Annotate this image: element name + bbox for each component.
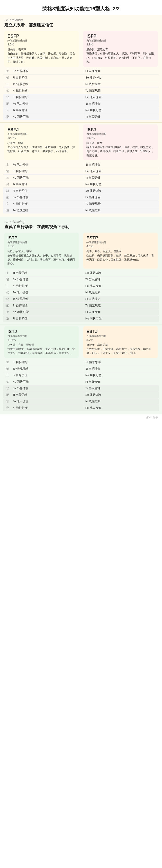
section-st-desc: 直截了当行动者，在战略视角下行动: [4, 224, 158, 229]
isfp-func-ni: Ti 自我逻辑: [83, 115, 156, 119]
istp-func-lie: Fe 他人价值: [12, 291, 83, 294]
istp-desc: 巧匠、手艺人、极客 能够给出很精独立方案的人、能干、心灵手巧、思维敏捷、擅长创造…: [7, 249, 75, 266]
isfj-card: ISFJ 内倾感觉情感判断 13.8% 防卫者、医生 给予充分体贴和尊重的照顾者…: [83, 124, 158, 160]
isfp-func-san: Ni 线性推断: [83, 82, 156, 86]
istp-name: ISTP: [7, 235, 75, 241]
istj-func-ni: Ni 线性推断: [12, 406, 83, 410]
esfj-func-label-ni: 逆: [6, 209, 12, 212]
estp-subname: 外倾感觉思维知觉: [87, 241, 155, 244]
esfj-func-label-san: 三: [6, 176, 12, 180]
istj-func-label-ni: 逆: [6, 406, 12, 410]
esfj-subname: 外倾感觉情感判断: [7, 132, 75, 136]
estj-func-lie: Fi 自身价值: [83, 380, 156, 384]
estj-func-zhu: Te 情景思维: [83, 361, 156, 364]
estj-percent: 8.7%: [87, 338, 155, 342]
istj-func-label-fu: 辅: [6, 367, 12, 371]
isfj-func-fu: Fe 他人价值: [83, 169, 156, 173]
esfp-func-mang: Ti 自我逻辑: [12, 108, 83, 112]
esfp-func-fu: Fi 自身价值: [12, 76, 83, 80]
esfj-isfj-cards: ESFJ 外倾感觉情感判断 12.3% 小市民、财迷 关心支持人际的人，性格强势…: [0, 122, 162, 160]
section-st-header: ST / directing 直截了当行动者，在战略视角下行动: [0, 217, 162, 230]
istj-func-label-zhu: 主: [6, 361, 12, 364]
istp-func-label-shuang: 双: [6, 297, 12, 301]
istp-func-label-san: 三: [6, 284, 12, 288]
esfp-name: ESFP: [7, 33, 75, 39]
istj-func-mang: Fe 他人价值: [12, 400, 83, 403]
func-label-fu-1: 辅: [6, 76, 12, 80]
watermark: @Viki.知乎: [0, 414, 162, 422]
istj-func-label-lie: 劣: [6, 380, 12, 384]
istj-subname: 内倾感觉思维判断: [7, 334, 75, 338]
estj-name: ESTJ: [87, 329, 155, 334]
section-st-tag: ST / directing: [4, 220, 158, 224]
section-sf-tag: SF / relating: [4, 18, 158, 22]
esfj-name: ESFJ: [7, 127, 75, 132]
isfj-func-lie: Ne 网状可能: [83, 183, 156, 186]
istj-func-san: Fi 自身价值: [12, 373, 83, 377]
isfp-func-mang: Ne 网状可能: [83, 108, 156, 112]
istp-func-label-pei: 配: [6, 304, 12, 308]
esfp-func-ni: Ne 网状可能: [12, 115, 83, 119]
istj-card: ISTJ 内倾感觉思维判断 11.6% 公务员、官僚、调查员 负责的管理者，低调…: [4, 326, 79, 358]
isfp-func-shuang: Fe 他人价值: [83, 95, 156, 99]
estj-func-san: Ne 网状可能: [83, 373, 156, 377]
esfp-card: ESFP 外倾感觉情感知觉 8.5% 模仿者、表演家 自由奔放、爱好娱乐的人，交…: [4, 31, 79, 67]
istj-func-fu: Te 情景思维: [12, 367, 83, 371]
esfj-func-shuang: Fi 自身价值: [12, 189, 83, 193]
esfp-isfp-funcs: 主 Se 外界体验 Fi 自身价值 辅 Fi 自身价值 Se 外界体验 三 Te…: [0, 67, 162, 122]
isfp-func-lie: Te 情景思维: [83, 89, 156, 93]
istp-func-san: Ni 线性推断: [12, 284, 83, 288]
isfp-func-zhu: Fi 自身价值: [83, 69, 156, 73]
istj-func-label-shuang: 双: [6, 386, 12, 390]
isfp-desc: 服务员、清流文青 谦逊博情，有独特审美的人，浪漫、即时享乐、悲小心眼小、心细如发…: [87, 48, 155, 64]
esfj-func-label-pei: 配: [6, 195, 12, 199]
isfj-subname: 内倾感觉情感判断: [87, 132, 155, 136]
estj-func-shuang: Ti 自我逻辑: [83, 386, 156, 390]
isfj-func-shuang: Se 外界体验: [83, 189, 156, 193]
estj-func-pei: Se 外界体验: [83, 393, 156, 397]
func-label-shuang-1: 双: [6, 95, 12, 99]
esfp-func-pei: Fe 他人价值: [12, 102, 83, 106]
estp-func-zhu: Se 外界体验: [83, 271, 156, 275]
istp-func-zhu: Ti 自我逻辑: [12, 271, 83, 275]
istj-func-zhu: Si 自持理念: [12, 361, 83, 364]
istp-func-label-zhu: 主: [6, 271, 12, 275]
istp-func-pei: Si 自持理念: [12, 304, 83, 308]
estp-func-shuang: Si 自持理念: [83, 297, 156, 301]
istp-estp-funcs: 主 Ti 自我逻辑 Se 外界体验 辅 Se 外界体验 Ti 自我逻辑 三 Ni…: [0, 269, 162, 324]
esfj-func-zhu: Fe 他人价值: [12, 163, 83, 167]
istj-estj-cards: ISTJ 内倾感觉思维判断 11.6% 公务员、官僚、调查员 负责的管理者，低调…: [0, 324, 162, 358]
func-label-san-1: 三: [6, 82, 12, 86]
esfp-desc: 模仿者、表演家 自由奔放、爱好娱乐的人，交际、开心果、热心肠，活在别人的世界里，…: [7, 48, 75, 64]
isfj-percent: 13.8%: [87, 136, 155, 140]
esfp-subname: 外倾感觉情感知觉: [7, 39, 75, 42]
esfj-func-label-shuang: 双: [6, 189, 12, 193]
esfj-func-lie: Ti 自我逻辑: [12, 183, 83, 186]
istp-func-label-ni: 逆: [6, 317, 12, 320]
section-sf-desc: 建立关系者，需要建立信任: [4, 22, 158, 28]
istp-func-ni: Fi 自身价值: [12, 317, 83, 320]
estj-desc: 保护者、霸道总裁 高效组织者，日常管理，霸厉风行，作风强悍，精力旺盛，刺头，干涉…: [87, 343, 155, 355]
esfj-func-san: Ne 网状可能: [12, 176, 83, 180]
page-title: 荣格8维度认知功能在16型人格–2/2: [0, 0, 162, 15]
istp-subname: 内倾感觉思维知觉: [7, 241, 75, 244]
estj-card: ESTJ 外倾感觉思维判断 8.7% 保护者、霸道总裁 高效组织者，日常管理，霸…: [83, 326, 158, 358]
esfp-percent: 8.5%: [7, 43, 75, 46]
estp-percent: 4.3%: [87, 245, 155, 248]
isfj-func-san: Ti 自我逻辑: [83, 176, 156, 180]
istj-func-shuang: Se 外界体验: [12, 386, 83, 390]
istj-percent: 11.6%: [7, 338, 75, 342]
isfp-name: ISFP: [87, 33, 155, 39]
estp-desc: 销售、领导、生意人、冒险家 企业家，光鲜靓丽形象，健谈，前卫开放，待人热情，看光…: [87, 249, 155, 262]
isfj-func-zhu: Si 自持理念: [83, 163, 156, 167]
istp-func-label-fu: 辅: [6, 278, 12, 281]
esfj-func-label-mang: 盲: [6, 202, 12, 206]
esfj-isfj-funcs: 主 Fe 他人价值 Si 自持理念 辅 Si 自持理念 Fe 他人价值 三 Ne…: [0, 160, 162, 217]
esfp-func-san: Te 情景思维: [12, 82, 83, 86]
estp-func-ni: Ne 网状可能: [83, 317, 156, 320]
esfj-func-label-fu: 辅: [6, 169, 12, 173]
istj-func-lie: Ne 网状可能: [12, 380, 83, 384]
istp-estp-cards: ISTP 内倾感觉思维知觉 5.4% 巧匠、手艺人、极客 能够给出很精独立方案的…: [0, 230, 162, 269]
istj-func-label-san: 三: [6, 373, 12, 377]
isfp-subname: 内倾感觉情感知觉: [87, 39, 155, 42]
